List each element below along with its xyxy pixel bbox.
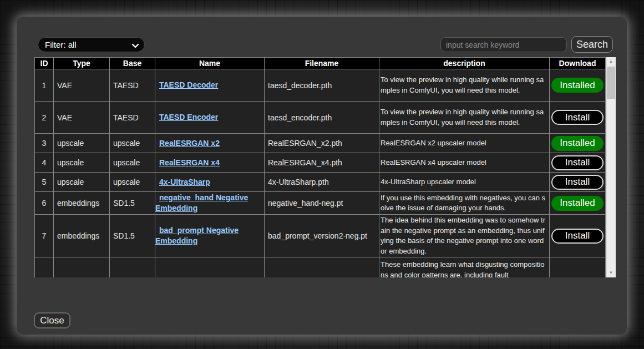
cell-download bbox=[550, 257, 606, 278]
filter-select[interactable]: Filter: all bbox=[38, 37, 145, 52]
cell-download: Install bbox=[550, 173, 606, 192]
cell-name: TAESD Decoder bbox=[155, 69, 265, 102]
cell-filename: bad_prompt_version2-neg.pt bbox=[265, 215, 379, 257]
table-scrollbar[interactable]: ▲ ▼ bbox=[606, 57, 616, 277]
cell-filename: RealESRGAN_x4.pth bbox=[265, 153, 379, 173]
cell-filename: negative_hand-neg.pt bbox=[265, 192, 379, 215]
cell-filename: taesd_decoder.pth bbox=[265, 69, 379, 102]
install-button[interactable]: Install bbox=[551, 229, 604, 244]
cell-filename: RealESRGAN_x2.pth bbox=[265, 134, 379, 153]
header-filename: Filename bbox=[265, 58, 379, 69]
cell-description: To view the preview in high quality whil… bbox=[379, 69, 550, 102]
install-button[interactable]: Install bbox=[551, 110, 604, 125]
cell-base: SD1.5 bbox=[110, 215, 155, 257]
cell-type: upscale bbox=[54, 173, 110, 192]
cell-description: RealESRGAN x4 upscaler model bbox=[379, 153, 550, 173]
cell-id: 2 bbox=[35, 102, 54, 134]
scrollbar-thumb[interactable] bbox=[607, 67, 615, 99]
cell-type: embeddings bbox=[54, 192, 110, 215]
cell-download: Install bbox=[550, 102, 606, 134]
table-row: These embedding learn what disgusting co… bbox=[35, 257, 606, 278]
cell-download: Installed bbox=[550, 69, 606, 102]
table-row: 6embeddingsSD1.5negative_hand Negative E… bbox=[35, 192, 606, 215]
cell-download: Installed bbox=[550, 192, 606, 215]
cell-base: TAESD bbox=[110, 69, 155, 102]
cell-type bbox=[54, 257, 110, 278]
cell-id: 1 bbox=[35, 69, 54, 102]
cell-filename: taesd_encoder.pth bbox=[265, 102, 379, 134]
cell-download: Installed bbox=[550, 134, 606, 153]
model-name-link[interactable]: TAESD Decoder bbox=[155, 80, 264, 90]
cell-name: negative_hand Negative Embedding bbox=[155, 192, 265, 215]
install-button[interactable]: Install bbox=[551, 155, 604, 170]
install-button[interactable]: Install bbox=[551, 175, 604, 190]
cell-base: upscale bbox=[110, 153, 155, 173]
cell-description: RealESRGAN x2 upscaler model bbox=[379, 134, 550, 153]
install-models-dialog: Filter: all Search ID Type Base Name Fil… bbox=[17, 17, 627, 335]
cell-download: Install bbox=[550, 153, 606, 173]
header-description: description bbox=[379, 58, 550, 69]
model-name-link[interactable]: bad_prompt Negative Embedding bbox=[155, 225, 264, 246]
table-row: 7embeddingsSD1.5bad_prompt Negative Embe… bbox=[35, 215, 606, 257]
header-download: Download bbox=[550, 58, 606, 69]
cell-type: upscale bbox=[54, 153, 110, 173]
cell-description: 4x-UltraSharp upscaler model bbox=[379, 173, 550, 192]
table-row: 4upscaleupscaleRealESRGAN x4RealESRGAN_x… bbox=[35, 153, 606, 173]
cell-name: RealESRGAN x2 bbox=[155, 134, 265, 153]
cell-type: VAE bbox=[54, 69, 110, 102]
model-table-body: 1VAETAESDTAESD Decodertaesd_decoder.pthT… bbox=[35, 69, 606, 278]
model-name-link[interactable]: RealESRGAN x2 bbox=[155, 138, 264, 149]
cell-id bbox=[35, 257, 54, 278]
cell-id: 4 bbox=[35, 153, 54, 173]
cell-name: 4x-UltraSharp bbox=[155, 173, 265, 192]
header-name: Name bbox=[155, 58, 265, 69]
installed-button[interactable]: Installed bbox=[551, 78, 604, 93]
cell-name: TAESD Encoder bbox=[155, 102, 265, 134]
cell-description: The idea behind this embedding was to so… bbox=[379, 215, 550, 257]
search-input[interactable] bbox=[440, 37, 567, 52]
model-name-link[interactable]: 4x-UltraSharp bbox=[155, 177, 264, 188]
cell-id: 3 bbox=[35, 134, 54, 153]
cell-description: To view the preview in high quality whil… bbox=[379, 102, 550, 134]
installed-button[interactable]: Installed bbox=[551, 196, 604, 211]
cell-type: VAE bbox=[54, 102, 110, 134]
cell-filename bbox=[265, 257, 379, 278]
cell-id: 6 bbox=[35, 192, 54, 215]
table-row: 2VAETAESDTAESD Encodertaesd_encoder.pthT… bbox=[35, 102, 606, 134]
table-row: 1VAETAESDTAESD Decodertaesd_decoder.pthT… bbox=[35, 69, 606, 102]
cell-name: bad_prompt Negative Embedding bbox=[155, 215, 265, 257]
header-base: Base bbox=[110, 58, 155, 69]
comfyui-canvas: { "toolbar": { "filter": { "value": "Fil… bbox=[0, 0, 644, 349]
filter-dropdown-wrap: Filter: all bbox=[38, 37, 145, 52]
scroll-down-icon[interactable]: ▼ bbox=[606, 269, 616, 277]
search-button[interactable]: Search bbox=[571, 36, 613, 53]
model-name-link[interactable]: negative_hand Negative Embedding bbox=[155, 193, 264, 214]
model-name-link[interactable]: TAESD Encoder bbox=[155, 112, 264, 123]
table-row: 3upscaleupscaleRealESRGAN x2RealESRGAN_x… bbox=[35, 134, 606, 153]
model-table-container: ID Type Base Name Filename description D… bbox=[34, 57, 606, 277]
header-id: ID bbox=[35, 58, 54, 69]
cell-filename: 4x-UltraSharp.pth bbox=[265, 173, 379, 192]
cell-base: upscale bbox=[110, 134, 155, 153]
scroll-up-icon[interactable]: ▲ bbox=[606, 57, 616, 66]
cell-name bbox=[155, 257, 265, 278]
cell-type: upscale bbox=[54, 134, 110, 153]
header-type: Type bbox=[54, 58, 110, 69]
model-table: ID Type Base Name Filename description D… bbox=[34, 57, 606, 277]
model-name-link[interactable]: RealESRGAN x4 bbox=[155, 158, 264, 168]
cell-base bbox=[110, 257, 155, 278]
table-header-row: ID Type Base Name Filename description D… bbox=[35, 58, 606, 69]
close-button[interactable]: Close bbox=[34, 312, 70, 328]
cell-download: Install bbox=[550, 215, 606, 257]
cell-base: upscale bbox=[110, 173, 155, 192]
installed-button[interactable]: Installed bbox=[551, 136, 604, 151]
table-row: 5upscaleupscale4x-UltraSharp4x-UltraShar… bbox=[35, 173, 606, 192]
cell-base: SD1.5 bbox=[110, 192, 155, 215]
cell-name: RealESRGAN x4 bbox=[155, 153, 265, 173]
cell-id: 5 bbox=[35, 173, 54, 192]
cell-id: 7 bbox=[35, 215, 54, 257]
cell-type: embeddings bbox=[54, 215, 110, 257]
cell-base: TAESD bbox=[110, 102, 155, 134]
cell-description: If you use this embedding with negatives… bbox=[379, 192, 550, 215]
cell-description: These embedding learn what disgusting co… bbox=[379, 257, 550, 278]
